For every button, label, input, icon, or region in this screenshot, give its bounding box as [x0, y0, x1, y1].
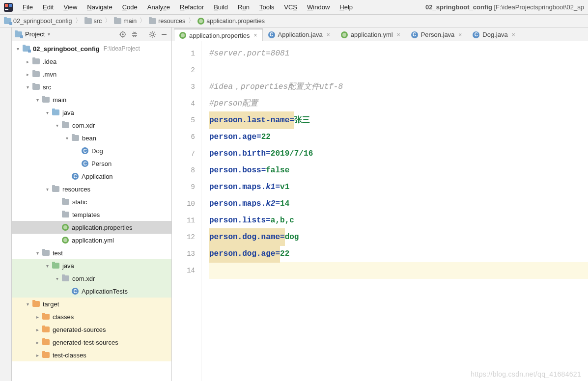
- editor-tab[interactable]: CApplication.java×: [263, 28, 336, 41]
- code-line[interactable]: [209, 262, 588, 279]
- code-line[interactable]: #person配置: [209, 95, 588, 112]
- svg-rect-19: [162, 34, 167, 35]
- expand-arrow-down-icon[interactable]: ▾: [44, 263, 50, 269]
- line-number: 8: [172, 162, 195, 179]
- expand-arrow-down-icon[interactable]: ▾: [25, 301, 30, 307]
- code-editor[interactable]: 1234567891011121314 #server.port=8081 #i…: [172, 41, 588, 381]
- code-line[interactable]: #idea，properties配置文件utf-8: [209, 79, 588, 95]
- tree-node[interactable]: CApplication: [12, 170, 171, 183]
- breadcrumb-item[interactable]: application.properties: [197, 18, 265, 25]
- class-icon: C: [72, 288, 79, 295]
- close-icon[interactable]: ×: [458, 31, 462, 38]
- code-line[interactable]: person.maps.k2=14: [209, 195, 588, 212]
- tree-node[interactable]: ▾bean: [12, 132, 171, 144]
- editor-tab[interactable]: CPerson.java×: [406, 28, 468, 41]
- project-view-selector[interactable]: Project ▾: [15, 30, 50, 38]
- editor-tab[interactable]: application.yml×: [336, 28, 406, 41]
- expand-arrow-right-icon[interactable]: ▸: [25, 72, 30, 77]
- tree-node[interactable]: ▾target: [12, 298, 171, 310]
- breadcrumb-item[interactable]: src: [84, 18, 102, 25]
- tree-node[interactable]: ▾java: [12, 259, 171, 272]
- breadcrumb-item[interactable]: 02_springboot_config: [4, 18, 72, 25]
- code-line[interactable]: person.maps.k1=v1: [209, 179, 588, 195]
- tree-node[interactable]: ▸generated-test-sources: [12, 336, 171, 349]
- expand-arrow-down-icon[interactable]: ▾: [34, 97, 40, 103]
- expand-arrow-right-icon[interactable]: ▸: [25, 59, 30, 64]
- tree-node[interactable]: ▸.idea: [12, 55, 171, 68]
- code-line[interactable]: person.dog.age=22: [209, 245, 588, 262]
- tree-node[interactable]: ▸generated-sources: [12, 323, 171, 336]
- menu-dit[interactable]: Edit: [38, 1, 58, 13]
- tree-node[interactable]: templates: [12, 208, 171, 221]
- code-line[interactable]: person.dog.name=dog: [209, 229, 588, 245]
- tree-node[interactable]: application.properties: [12, 221, 171, 234]
- expand-arrow-down-icon[interactable]: ▾: [15, 46, 21, 52]
- tree-node[interactable]: ▸classes: [12, 310, 171, 323]
- code-line[interactable]: person.birth=2019/7/16: [209, 145, 588, 162]
- expand-arrow-down-icon[interactable]: ▾: [54, 276, 60, 281]
- tree-node[interactable]: ▾src: [12, 81, 171, 93]
- close-icon[interactable]: ×: [397, 31, 400, 38]
- menu-vcs[interactable]: VCS: [279, 1, 302, 13]
- tree-node[interactable]: ▸test-classes: [12, 349, 171, 361]
- expand-arrow-down-icon[interactable]: ▾: [34, 250, 40, 256]
- expand-arrow-down-icon[interactable]: ▾: [54, 123, 60, 128]
- breadcrumb-item[interactable]: resources: [149, 18, 185, 25]
- expand-arrow-down-icon[interactable]: ▾: [44, 110, 50, 115]
- expand-arrow-right-icon[interactable]: ▸: [34, 353, 40, 358]
- menu-ode[interactable]: Code: [117, 1, 142, 13]
- expand-arrow-right-icon[interactable]: ▸: [34, 327, 40, 332]
- tree-node[interactable]: CPerson: [12, 157, 171, 170]
- code-line[interactable]: #server.port=8081: [209, 45, 588, 62]
- tree-node[interactable]: ▾02_springboot_configF:\ideaProject: [12, 42, 171, 55]
- project-tree[interactable]: ▾02_springboot_configF:\ideaProject▸.ide…: [12, 41, 171, 381]
- code-line[interactable]: [209, 62, 588, 79]
- menu-elp[interactable]: Help: [335, 1, 358, 13]
- code-line[interactable]: persoon.last-name=张三: [209, 112, 588, 129]
- folder-icon: [52, 109, 59, 115]
- expand-arrow-down-icon[interactable]: ▾: [25, 84, 30, 90]
- expand-arrow-right-icon[interactable]: ▸: [34, 314, 40, 320]
- menu-indow[interactable]: Window: [302, 1, 335, 13]
- expand-arrow-right-icon[interactable]: ▸: [34, 340, 40, 345]
- spring-leaf-icon: [62, 224, 69, 231]
- tree-node[interactable]: ▾test: [12, 246, 171, 259]
- collapse-all-icon[interactable]: [130, 30, 139, 39]
- code-line[interactable]: person.age=22: [209, 129, 588, 145]
- tree-node[interactable]: ▾resources: [12, 183, 171, 195]
- locate-icon[interactable]: [118, 30, 127, 39]
- menu-avigate[interactable]: Navigate: [82, 1, 117, 13]
- expand-arrow-down-icon[interactable]: ▾: [44, 187, 50, 192]
- tree-node[interactable]: ▸.mvn: [12, 68, 171, 81]
- menu-analyze[interactable]: Analyze: [142, 1, 175, 13]
- breadcrumb-item[interactable]: main: [114, 18, 137, 25]
- tree-node[interactable]: ▾com.xdr: [12, 272, 171, 285]
- menu-iew[interactable]: View: [58, 1, 82, 13]
- tree-node[interactable]: ▾com.xdr: [12, 119, 171, 132]
- expand-arrow-down-icon[interactable]: ▾: [64, 136, 70, 141]
- menu-ools[interactable]: Tools: [254, 1, 279, 13]
- code-line[interactable]: person.boss=false: [209, 162, 588, 179]
- tree-node[interactable]: CDog: [12, 144, 171, 157]
- menu-uild[interactable]: Build: [209, 1, 233, 13]
- close-icon[interactable]: ×: [254, 32, 257, 39]
- tree-node[interactable]: static: [12, 195, 171, 208]
- tree-node[interactable]: application.yml: [12, 234, 171, 246]
- tree-node[interactable]: ▾java: [12, 106, 171, 119]
- line-number: 13: [172, 245, 195, 262]
- gear-icon[interactable]: [148, 30, 157, 39]
- close-icon[interactable]: ×: [327, 31, 330, 38]
- close-icon[interactable]: ×: [512, 31, 515, 38]
- tree-node-label: target: [43, 300, 59, 308]
- code-line[interactable]: person.lists=a,b,c: [209, 212, 588, 229]
- menu-run[interactable]: Run: [233, 1, 254, 13]
- menu-ile[interactable]: File: [18, 1, 38, 13]
- chevron-right-icon: 〉: [139, 17, 147, 25]
- menu-efactor[interactable]: Refactor: [175, 1, 209, 13]
- code-content[interactable]: #server.port=8081 #idea，properties配置文件ut…: [201, 41, 588, 381]
- tree-node[interactable]: CApplicationTests: [12, 285, 171, 298]
- editor-tab[interactable]: application.properties×: [174, 28, 263, 41]
- editor-tab[interactable]: CDog.java×: [467, 28, 520, 41]
- tree-node[interactable]: ▾main: [12, 93, 171, 106]
- hide-icon[interactable]: [160, 30, 168, 39]
